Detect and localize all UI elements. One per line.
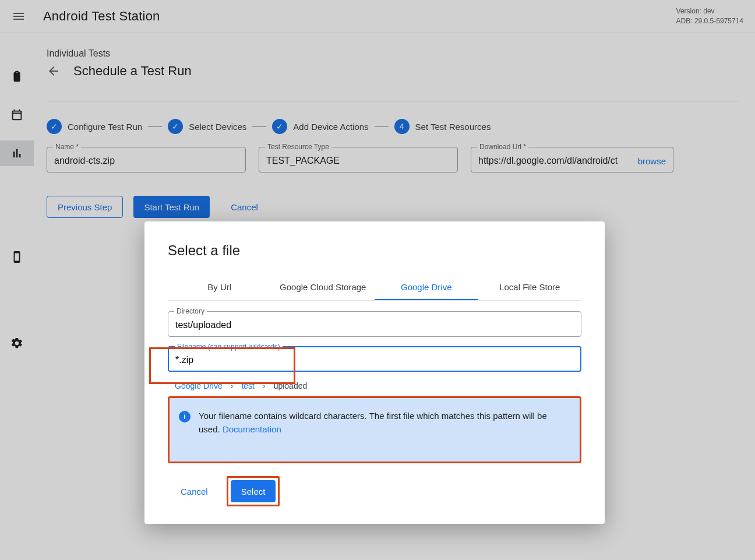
dialog-cancel-button[interactable]: Cancel (170, 480, 218, 502)
info-text: Your filename contains wildcard characte… (199, 410, 570, 436)
tab-local[interactable]: Local File Store (478, 275, 582, 300)
drive-breadcrumb: Google Drive › test › uploaded (168, 381, 581, 390)
field-label: Filename (can support wildcards) (175, 343, 283, 351)
documentation-link[interactable]: Documentation (223, 424, 281, 434)
tab-gcs[interactable]: Google Cloud Storage (271, 275, 375, 300)
tab-google-drive[interactable]: Google Drive (375, 275, 478, 300)
select-highlight: Select (227, 476, 280, 506)
chevron-right-icon: › (231, 381, 234, 390)
directory-input[interactable] (175, 320, 574, 330)
breadcrumb-root[interactable]: Google Drive (175, 381, 223, 390)
filename-field[interactable]: Filename (can support wildcards) (168, 346, 581, 372)
dialog-title: Select a file (168, 242, 581, 259)
filename-input[interactable] (175, 355, 574, 365)
dialog-tabs: By Url Google Cloud Storage Google Drive… (168, 275, 581, 301)
breadcrumb-folder[interactable]: test (241, 381, 255, 390)
directory-field[interactable]: Directory (168, 311, 581, 337)
info-icon: i (179, 411, 190, 422)
chevron-right-icon: › (263, 381, 266, 390)
dialog-select-button[interactable]: Select (231, 480, 276, 502)
info-banner: i Your filename contains wildcard charac… (168, 396, 581, 463)
field-label: Directory (174, 307, 207, 315)
dialog-buttons: Cancel Select (168, 476, 581, 506)
breadcrumb-current: uploaded (274, 381, 308, 390)
select-file-dialog: Select a file By Url Google Cloud Storag… (144, 221, 605, 524)
tab-by-url[interactable]: By Url (168, 275, 271, 300)
